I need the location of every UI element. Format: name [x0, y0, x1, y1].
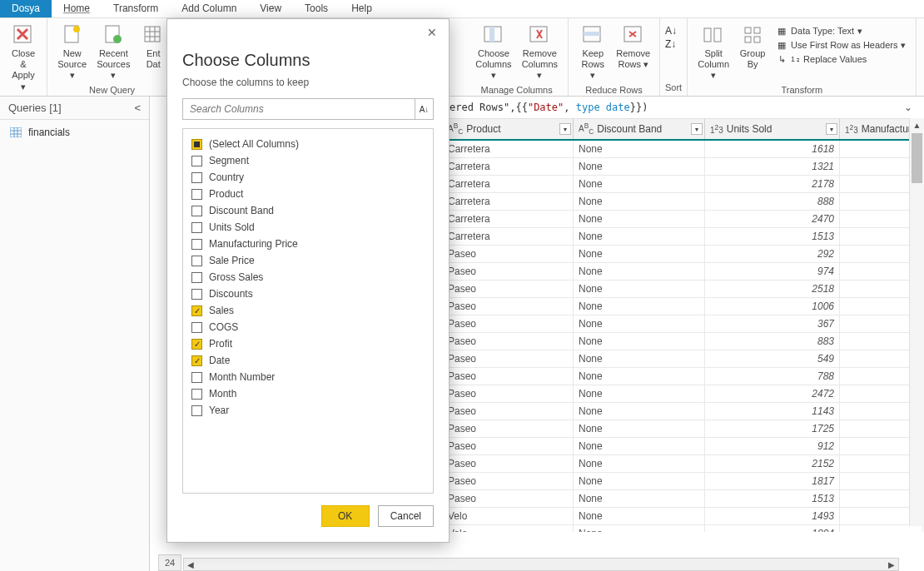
group-by-button[interactable]: GroupBy: [734, 22, 771, 72]
dialog-close-button[interactable]: ✕: [427, 26, 442, 41]
table-row[interactable]: PaseoNone549: [443, 350, 924, 368]
table-row[interactable]: CarreteraNone2470: [443, 211, 924, 228]
column-option-discount-band[interactable]: Discount Band: [191, 202, 425, 219]
vertical-scrollbar[interactable]: ▲: [909, 118, 924, 526]
table-row[interactable]: PaseoNone2472: [443, 385, 924, 403]
column-option-country[interactable]: Country: [191, 169, 425, 186]
table-row[interactable]: PaseoNone1513: [443, 490, 924, 508]
column-option-segment[interactable]: Segment: [191, 152, 425, 169]
table-row[interactable]: PaseoNone2518: [443, 281, 924, 298]
ok-button[interactable]: OK: [321, 505, 370, 527]
query-item-financials[interactable]: financials: [0, 120, 149, 145]
column-option-year[interactable]: Year: [191, 402, 425, 419]
formula-bar[interactable]: ered Rows",{{"Date", type date}}) ⌄: [443, 97, 924, 119]
column-dropdown-button[interactable]: ▾: [559, 123, 571, 135]
table-row[interactable]: PaseoNone2152: [443, 455, 924, 473]
menu-tools[interactable]: Tools: [293, 0, 340, 17]
checkbox[interactable]: [191, 355, 202, 366]
column-option-sales[interactable]: Sales: [191, 302, 425, 319]
column-option-discounts[interactable]: Discounts: [191, 286, 425, 302]
data-type-dropdown[interactable]: ▦Data Type: Text ▾: [776, 25, 906, 37]
split-column-button[interactable]: SplitColumn ▾: [693, 22, 734, 83]
checkbox[interactable]: [191, 189, 202, 200]
choose-columns-button[interactable]: ChooseColumns ▾: [470, 22, 516, 83]
table-row[interactable]: VeloNone1804: [443, 525, 924, 532]
remove-columns-button[interactable]: RemoveColumns ▾: [517, 22, 563, 83]
menu-home[interactable]: Home: [52, 0, 102, 17]
column-header-product[interactable]: ABCProduct▾: [443, 119, 574, 139]
sort-asc-button[interactable]: A↓: [665, 25, 677, 37]
checkbox[interactable]: [191, 322, 202, 333]
menu-dosya[interactable]: Dosya: [0, 0, 52, 17]
scroll-left-button[interactable]: ◀: [184, 560, 197, 569]
sort-desc-button[interactable]: Z↓: [665, 38, 676, 50]
column-option-manufacturing-price[interactable]: Manufacturing Price: [191, 236, 425, 252]
option-label: Month Number: [209, 371, 275, 383]
checkbox[interactable]: [191, 389, 202, 400]
checkbox[interactable]: [191, 339, 202, 350]
checkbox[interactable]: [191, 289, 202, 300]
column-option-date[interactable]: Date: [191, 352, 425, 369]
checkbox[interactable]: [191, 372, 202, 383]
scroll-thumb[interactable]: [912, 133, 922, 183]
checkbox[interactable]: [191, 305, 202, 316]
cancel-button[interactable]: Cancel: [378, 505, 434, 527]
replace-values-button[interactable]: ↳1₂ Replace Values: [776, 53, 906, 65]
table-row[interactable]: PaseoNone788: [443, 368, 924, 385]
column-option-profit[interactable]: Profit: [191, 335, 425, 352]
close-apply-button[interactable]: Close &Apply ▾: [5, 22, 42, 94]
table-row[interactable]: PaseoNone1006: [443, 298, 924, 315]
column-option-month-number[interactable]: Month Number: [191, 369, 425, 385]
table-row[interactable]: CarreteraNone888: [443, 193, 924, 211]
search-columns-input[interactable]: [183, 99, 415, 119]
checkbox[interactable]: [191, 156, 202, 166]
menu-transform[interactable]: Transform: [102, 0, 170, 17]
sort-columns-button[interactable]: A↓: [415, 99, 433, 119]
table-row[interactable]: CarreteraNone1321: [443, 158, 924, 176]
table-row[interactable]: CarreteraNone1618: [443, 141, 924, 158]
checkbox[interactable]: [191, 206, 202, 216]
checkbox[interactable]: [191, 256, 202, 266]
column-option-product[interactable]: Product: [191, 186, 425, 202]
column-option-gross-sales[interactable]: Gross Sales: [191, 269, 425, 286]
formula-expand-button[interactable]: ⌄: [899, 102, 917, 113]
recent-sources-button[interactable]: RecentSources ▾: [92, 22, 135, 83]
checkbox[interactable]: [191, 239, 202, 250]
column-option-sale-price[interactable]: Sale Price: [191, 252, 425, 269]
table-row[interactable]: PaseoNone1143: [443, 403, 924, 420]
checkbox[interactable]: [191, 272, 202, 283]
table-row[interactable]: CarreteraNone1513: [443, 228, 924, 246]
keep-rows-button[interactable]: KeepRows ▾: [574, 22, 612, 83]
table-row[interactable]: PaseoNone292: [443, 246, 924, 263]
menu-view[interactable]: View: [248, 0, 293, 17]
checkbox[interactable]: [191, 405, 202, 416]
table-row[interactable]: VeloNone1493: [443, 508, 924, 525]
column-option-cogs[interactable]: COGS: [191, 319, 425, 335]
table-row[interactable]: PaseoNone974: [443, 263, 924, 281]
menu-addcolumn[interactable]: Add Column: [170, 0, 248, 17]
table-row[interactable]: CarreteraNone2178: [443, 176, 924, 193]
checkbox[interactable]: [191, 172, 202, 183]
table-row[interactable]: PaseoNone912: [443, 438, 924, 455]
column-header-units-sold[interactable]: 123Units Sold▾: [705, 119, 840, 139]
menu-help[interactable]: Help: [340, 0, 384, 17]
collapse-queries-button[interactable]: <: [134, 102, 141, 114]
column-dropdown-button[interactable]: ▾: [826, 123, 837, 135]
table-row[interactable]: PaseoNone367: [443, 315, 924, 333]
column-dropdown-button[interactable]: ▾: [691, 123, 703, 135]
scroll-right-button[interactable]: ▶: [885, 560, 898, 569]
remove-rows-button[interactable]: RemoveRows ▾: [612, 22, 654, 72]
new-source-button[interactable]: NewSource ▾: [52, 22, 92, 83]
column-option--select-all-columns-[interactable]: (Select All Columns): [191, 136, 425, 152]
column-option-units-sold[interactable]: Units Sold: [191, 219, 425, 236]
horizontal-scrollbar[interactable]: ◀ ▶: [183, 558, 899, 571]
table-row[interactable]: PaseoNone1725: [443, 420, 924, 438]
scroll-up-button[interactable]: ▲: [910, 118, 924, 132]
table-row[interactable]: PaseoNone1817: [443, 473, 924, 490]
column-option-month[interactable]: Month: [191, 385, 425, 402]
checkbox[interactable]: [191, 139, 202, 150]
checkbox[interactable]: [191, 222, 202, 233]
table-row[interactable]: PaseoNone883: [443, 333, 924, 350]
column-header-discount-band[interactable]: ABCDiscount Band▾: [574, 119, 705, 139]
first-row-headers-button[interactable]: ▦Use First Row as Headers ▾: [776, 39, 906, 51]
